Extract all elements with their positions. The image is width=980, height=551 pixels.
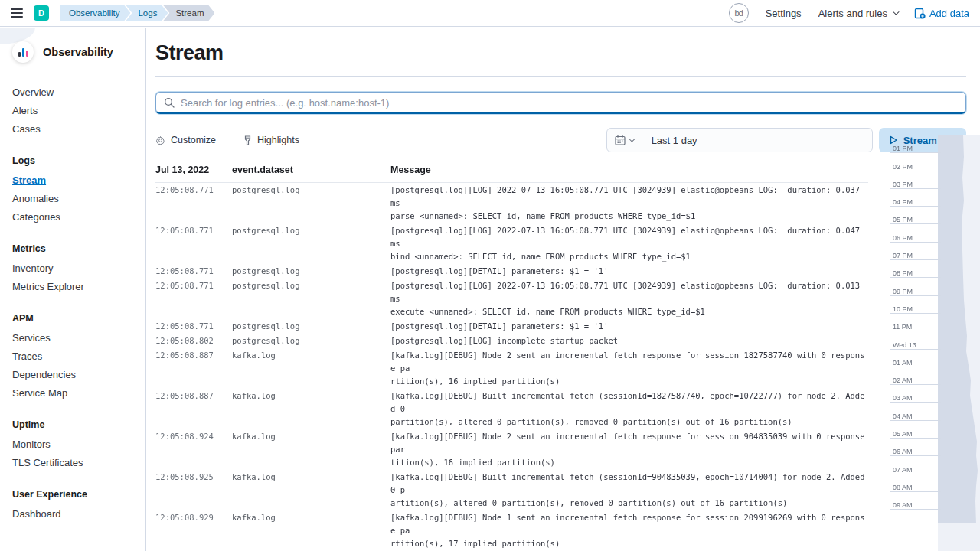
timeline-slot: 02 PM [890,153,938,171]
table-header: Jul 13, 2022 event.dataset Message [155,165,868,183]
sidebar-item-dependencies[interactable]: Dependencies [12,365,133,383]
timeline-slot: 10 PM [890,296,938,314]
sidebar-item-categories[interactable]: Categories [12,207,133,226]
sidebar-item-traces[interactable]: Traces [12,347,133,365]
log-message: [postgresql.log][DETAIL] parameters: $1 … [390,320,868,333]
menu-icon[interactable] [11,8,23,18]
timeline-hour-label: 06 AM [893,448,913,455]
sidebar-item-metrics-explorer[interactable]: Metrics Explorer [12,277,133,295]
table-row[interactable]: 12:05:08.802postgresql.log[postgresql.lo… [155,334,868,348]
log-message: [postgresql.log][LOG] 2022-07-13 16:05:0… [390,279,868,318]
log-dataset: kafka.log [232,349,390,388]
timeline-hour-label: 07 PM [893,252,913,259]
gear-icon [155,135,165,145]
sidebar-item-inventory[interactable]: Inventory [12,259,133,277]
timeline-slot: 05 PM [890,207,938,224]
log-message: [kafka.log][DEBUG] Node 1 sent an increm… [390,511,868,550]
timeline-hour-label: 09 PM [893,288,913,295]
timeline-slot: 05 AM [890,421,938,439]
customize-label: Customize [171,135,216,145]
column-header-message[interactable]: Message [390,165,868,175]
sidebar-item-anomalies[interactable]: Anomalies [12,189,133,207]
sidebar-item-overview[interactable]: Overview [12,83,133,101]
timeline-slot: 09 AM [890,492,938,510]
timeline-axis: 01 PM02 PM03 PM04 PM05 PM06 PM07 PM08 PM… [890,135,938,551]
table-row[interactable]: 12:05:08.887kafka.log[kafka.log][DEBUG] … [155,348,868,389]
chevron-down-icon [629,135,635,142]
sidebar-section: UptimeMonitorsTLS Certificates [12,419,133,471]
chevron-down-icon [893,8,899,15]
timeline-hour-label: 01 AM [893,359,913,367]
search-icon [164,97,175,108]
table-row[interactable]: 12:05:08.925kafka.log[kafka.log][DEBUG] … [155,470,868,510]
timeline-hour-label: 05 PM [893,216,913,223]
breadcrumb-logs[interactable]: Logs [126,5,168,21]
table-row[interactable]: 12:05:08.924kafka.log[kafka.log][DEBUG] … [155,429,868,470]
log-dataset: kafka.log [232,430,390,469]
log-message: [kafka.log][DEBUG] Built incremental fet… [390,471,868,510]
timeline-slot: 11 PM [890,314,938,331]
table-row[interactable]: 12:05:08.771postgresql.log[postgresql.lo… [155,319,868,334]
timeline-slot: 07 AM [890,456,938,474]
log-message: [kafka.log][DEBUG] Built incremental fet… [390,390,868,429]
log-dataset: kafka.log [232,390,390,429]
customize-button[interactable]: Customize [155,135,216,145]
space-avatar[interactable]: D [34,5,49,21]
log-timestamp: 12:05:08.771 [155,320,232,333]
sidebar-section: LogsStreamAnomaliesCategories [12,155,133,226]
quick-select-button[interactable] [607,129,642,152]
sidebar-item-monitors[interactable]: Monitors [12,435,133,453]
settings-link[interactable]: Settings [766,8,802,19]
log-density-minimap[interactable] [938,135,980,551]
log-timestamp: 12:05:08.771 [155,265,232,278]
sidebar-item-stream[interactable]: Stream [12,171,133,189]
log-dataset: postgresql.log [232,279,390,318]
timeline-slot: 06 AM [890,439,938,456]
timeline-hour-label: 06 PM [893,234,913,242]
log-rows: 12:05:08.771postgresql.log[postgresql.lo… [155,183,868,551]
timeline-slot: 01 AM [890,350,938,367]
breadcrumb-observability[interactable]: Observability [60,5,130,21]
timeline-slot: 09 PM [890,278,938,295]
log-dataset: postgresql.log [232,334,390,347]
timeline-slot: 08 AM [890,474,938,492]
log-message: [postgresql.log][LOG] incomplete startup… [390,334,868,347]
highlights-button[interactable]: Highlights [243,135,299,145]
log-search-bar[interactable] [155,92,966,114]
sidebar-item-service-map[interactable]: Service Map [12,383,133,402]
alerts-and-rules-label: Alerts and rules [818,8,887,19]
log-timestamp: 12:05:08.771 [155,279,232,318]
column-header-date[interactable]: Jul 13, 2022 [155,165,232,175]
alerts-and-rules-menu[interactable]: Alerts and rules [818,8,897,19]
log-dataset: postgresql.log [232,184,390,223]
timeline-hour-label: 10 PM [893,305,913,313]
add-data-label: Add data [929,8,969,19]
timeline-slot: 01 PM [890,135,938,153]
table-row[interactable]: 12:05:08.771postgresql.log[postgresql.lo… [155,183,868,223]
sidebar-item-dashboard[interactable]: Dashboard [12,504,133,523]
table-row[interactable]: 12:05:08.771postgresql.log[postgresql.lo… [155,264,868,279]
search-input[interactable] [181,97,958,109]
sidebar-item-tls-certificates[interactable]: TLS Certificates [12,453,133,471]
sidebar-section: MetricsInventoryMetrics Explorer [12,243,133,295]
timeline-hour-label: 02 AM [893,377,913,384]
timeline-slot: 03 PM [890,171,938,189]
org-logo-icon[interactable]: bd [729,3,749,23]
table-row[interactable]: 12:05:08.887kafka.log[kafka.log][DEBUG] … [155,389,868,429]
log-timestamp: 12:05:08.887 [155,390,232,429]
add-data-button[interactable]: Add data [914,8,969,19]
sidebar-item-services[interactable]: Services [12,328,133,347]
table-row[interactable]: 12:05:08.771postgresql.log[postgresql.lo… [155,279,868,319]
main-content: Stream Customize Highlights [146,28,980,551]
date-range-value[interactable]: Last 1 day [642,135,697,146]
table-row[interactable]: 12:05:08.771postgresql.log[postgresql.lo… [155,223,868,264]
sidebar-item-cases[interactable]: Cases [12,119,133,138]
log-timestamp: 12:05:08.925 [155,471,232,510]
column-header-dataset[interactable]: event.dataset [232,165,390,175]
table-row[interactable]: 12:05:08.929kafka.log[kafka.log][DEBUG] … [155,510,868,551]
sidebar-title: Observability [43,46,113,58]
title-divider [155,76,966,77]
sidebar-section-heading: Uptime [12,419,133,430]
sidebar-item-alerts[interactable]: Alerts [12,101,133,119]
log-dataset: kafka.log [232,471,390,510]
